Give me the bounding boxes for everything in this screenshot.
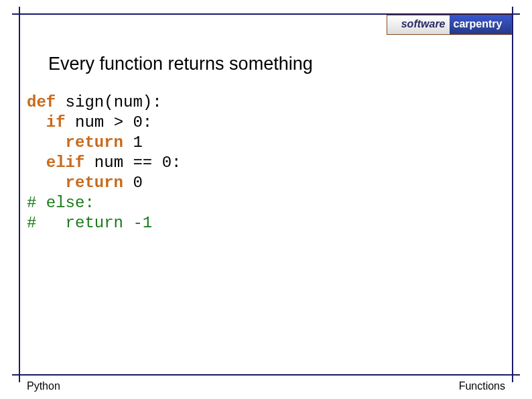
footer-left: Python bbox=[27, 380, 60, 392]
code-text: sign(num): bbox=[56, 93, 161, 111]
code-block: def sign(num): if num > 0: return 1 elif… bbox=[27, 93, 181, 233]
corner-tick bbox=[19, 376, 20, 382]
slide: software carpentry Every function return… bbox=[0, 0, 532, 399]
corner-tick bbox=[513, 13, 520, 15]
logo-left-text: software bbox=[387, 15, 450, 34]
code-indent bbox=[27, 174, 66, 192]
code-indent bbox=[27, 133, 66, 152]
code-keyword: return bbox=[66, 174, 123, 192]
footer-right: Functions bbox=[459, 380, 505, 392]
logo-right-text: carpentry bbox=[450, 15, 512, 34]
corner-tick bbox=[512, 7, 513, 13]
corner-tick bbox=[12, 374, 19, 376]
corner-tick bbox=[512, 376, 513, 382]
corner-tick bbox=[513, 374, 520, 376]
code-comment: # return -1 bbox=[27, 214, 152, 232]
code-keyword: return bbox=[66, 133, 123, 152]
code-indent bbox=[27, 113, 46, 131]
code-text: num == 0: bbox=[84, 154, 181, 172]
corner-tick bbox=[12, 13, 19, 15]
code-indent bbox=[27, 154, 46, 172]
code-keyword: if bbox=[46, 113, 66, 131]
code-keyword: elif bbox=[46, 154, 85, 172]
code-text: 1 bbox=[123, 133, 143, 152]
slide-heading: Every function returns something bbox=[48, 54, 313, 74]
code-keyword: def bbox=[27, 93, 56, 111]
software-carpentry-logo: software carpentry bbox=[387, 15, 512, 35]
code-comment: # else: bbox=[27, 194, 94, 212]
corner-tick bbox=[19, 7, 20, 13]
code-text: 0 bbox=[123, 174, 143, 192]
code-text: num > 0: bbox=[66, 113, 153, 131]
